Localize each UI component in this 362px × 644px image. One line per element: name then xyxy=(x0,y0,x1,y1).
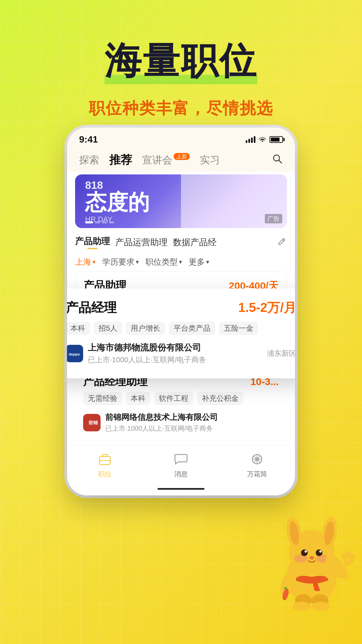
hero-subtitle: 职位种类丰富，尽情挑选 xyxy=(0,98,362,119)
message-icon xyxy=(173,451,189,468)
filter-education[interactable]: 学历要求 ▾ xyxy=(102,257,139,267)
bottom-nav-jobs[interactable]: 职位 xyxy=(67,451,143,479)
nav-tab-recommend[interactable]: 推荐 xyxy=(109,152,132,168)
svg-point-29 xyxy=(344,559,350,566)
search-icon[interactable] xyxy=(272,153,283,167)
mascot-character xyxy=(268,503,355,610)
hero-title: 海量职位 xyxy=(105,40,257,81)
tag-growth: 用户增长 xyxy=(126,322,165,335)
nav-tab-explore[interactable]: 探索 xyxy=(79,153,99,167)
floating-job-card[interactable]: 产品经理 1.5-2万/月 本科 招5人 用户增长 平台类产品 五险一金 dep… xyxy=(67,288,295,378)
signal-icon xyxy=(246,136,255,143)
company-name: 上海市德邦物流股份有限公司 xyxy=(88,342,206,354)
jobs-icon xyxy=(97,451,113,468)
svg-line-1 xyxy=(279,160,282,163)
status-icons xyxy=(246,136,283,144)
bottom-nav-jobs-label: 职位 xyxy=(98,470,112,479)
banner-main-text: 态度的 xyxy=(85,192,149,213)
battery-icon xyxy=(269,136,283,143)
filter-job-type[interactable]: 职位类型 ▾ xyxy=(145,257,182,267)
status-time: 9:41 xyxy=(79,134,98,145)
svg-point-20 xyxy=(305,550,307,553)
company-3-name: 前锦网络信息技术上海有限公司 xyxy=(105,412,218,423)
search-tags: 产品助理 产品运营助理 数据产品经 xyxy=(67,231,295,254)
svg-text:前锦: 前锦 xyxy=(88,420,98,425)
svg-point-19 xyxy=(316,549,322,556)
nav-badge-new: 上新 xyxy=(174,153,190,160)
company-location: 浦东新区 xyxy=(267,348,295,359)
banner-hr-text: HR DAY xyxy=(85,215,149,224)
bottom-nav-messages-label: 消息 xyxy=(174,470,188,479)
tag-benefits: 五险一金 xyxy=(219,322,258,335)
home-bar xyxy=(158,488,204,490)
company-info-block: 上海市德邦物流股份有限公司 已上市·1000人以上·互联网/电子商务 xyxy=(88,342,206,365)
wifi-icon xyxy=(259,136,266,144)
filter-more[interactable]: 更多 ▾ xyxy=(189,257,209,267)
kaleidoscope-icon xyxy=(249,451,265,468)
tag-headcount: 招5人 xyxy=(94,322,122,335)
company-logo: deppon xyxy=(67,345,83,362)
nav-tabs: 探索 推荐 宣讲会上新 实习 xyxy=(67,148,295,172)
company-3-info: 前锦网络信息技术上海有限公司 已上市·1000人以上·互联网/电子商务 xyxy=(105,412,218,433)
hero-section: 海量职位 职位种类丰富，尽情挑选 xyxy=(0,0,362,119)
home-indicator xyxy=(67,485,295,495)
svg-point-22 xyxy=(309,556,314,559)
bottom-nav: 职位 消息 万花筒 xyxy=(67,445,295,485)
svg-point-18 xyxy=(301,549,308,556)
search-tag-data-product[interactable]: 数据产品经 xyxy=(173,236,217,248)
nav-tab-presentation[interactable]: 宣讲会上新 xyxy=(142,153,190,167)
svg-text:deppon: deppon xyxy=(69,352,80,356)
svg-point-21 xyxy=(319,550,322,553)
nav-tab-internship[interactable]: 实习 xyxy=(200,153,220,167)
floating-job-title: 产品经理 xyxy=(67,299,117,316)
bottom-nav-messages[interactable]: 消息 xyxy=(143,451,219,479)
tag-education: 本科 xyxy=(67,322,90,335)
edit-icon[interactable] xyxy=(278,236,287,248)
tag-provident: 补充公积金 xyxy=(197,392,243,405)
bottom-nav-kaleidoscope[interactable]: 万花筒 xyxy=(219,451,295,479)
company-3-detail: 已上市·1000人以上·互联网/电子商务 xyxy=(105,424,218,433)
filter-city[interactable]: 上海 ▾ xyxy=(75,257,96,267)
company-row: deppon 上海市德邦物流股份有限公司 已上市·1000人以上·互联网/电子商… xyxy=(67,342,295,365)
tag-no-exp: 无需经验 xyxy=(83,392,122,405)
search-tag-product-assistant[interactable]: 产品助理 xyxy=(75,235,110,249)
company-3-logo: 前锦 xyxy=(83,414,101,431)
phone-mockup: 9:41 探索 推荐 宣讲会上 xyxy=(67,127,295,495)
banner-818: 818 xyxy=(85,179,149,192)
floating-salary: 1.5-2万/月 xyxy=(238,299,295,316)
banner[interactable]: 818 态度的 HR DAY 广告 xyxy=(75,174,287,228)
job-card-3[interactable]: 产品经理助理 10-3... 无需经验 本科 软件工程 补充公积金 前锦 前锦网… xyxy=(75,368,287,442)
phone-frame: 9:41 探索 推荐 宣讲会上 xyxy=(67,127,295,495)
tag-product-type: 平台类产品 xyxy=(169,322,215,335)
ad-tag: 广告 xyxy=(265,214,282,223)
tag-software: 软件工程 xyxy=(154,392,193,405)
tag-edu-3: 本科 xyxy=(126,392,150,405)
floating-tags: 本科 招5人 用户增长 平台类产品 五险一金 xyxy=(67,322,295,335)
bottom-nav-kaleidoscope-label: 万花筒 xyxy=(247,470,267,479)
status-bar: 9:41 xyxy=(67,127,295,148)
company-detail: 已上市·1000人以上·互联网/电子商务 xyxy=(88,355,206,365)
job-3-tags: 无需经验 本科 软件工程 补充公积金 xyxy=(83,392,279,405)
company-3-row: 前锦 前锦网络信息技术上海有限公司 已上市·1000人以上·互联网/电子商务 xyxy=(83,412,279,433)
search-tag-product-ops[interactable]: 产品运营助理 xyxy=(115,236,168,248)
filter-bar: 上海 ▾ 学历要求 ▾ 职位类型 ▾ 更多 ▾ xyxy=(67,254,295,271)
